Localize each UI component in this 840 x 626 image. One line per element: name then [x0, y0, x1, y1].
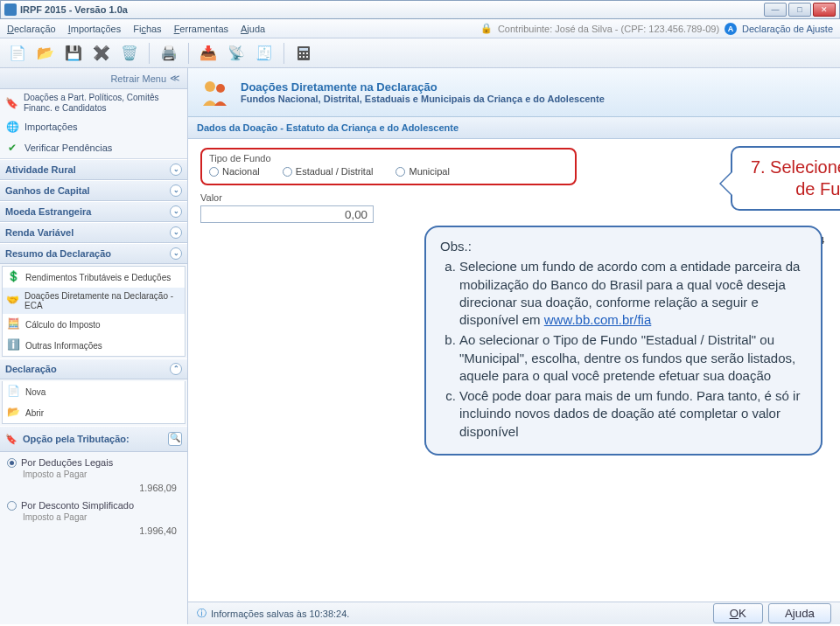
menu-fichas[interactable]: Fichas — [133, 24, 161, 34]
sidebar-item-pendencias[interactable]: ✔ Verificar Pendências — [0, 137, 187, 158]
accordion-moeda-estrangeira[interactable]: Moeda Estrangeira⌄ — [0, 201, 187, 222]
svg-point-9 — [216, 84, 225, 93]
doc-icon: 📄 — [6, 385, 20, 399]
chevron-down-icon: ⌄ — [170, 163, 182, 176]
minimize-button[interactable]: — — [764, 3, 787, 17]
radio-municipal[interactable]: Municipal — [396, 166, 449, 177]
collapse-menu-button[interactable]: Retrair Menu ≪ — [0, 68, 187, 89]
link-bb-fia[interactable]: www.bb.com.br/fia — [544, 312, 652, 327]
save-icon[interactable]: 💾 — [61, 41, 86, 66]
annotation-obs: Obs.: Selecione um fundo de acordo com a… — [424, 226, 822, 456]
panel-title: Doações Diretamente na Declaração — [241, 80, 605, 94]
maximize-button[interactable]: □ — [788, 3, 811, 17]
search-icon[interactable]: 🔍 — [168, 432, 182, 446]
declaracao-list: 📄 Nova 📂 Abrir — [2, 381, 186, 424]
section-title: Dados da Doação - Estatuto da Criança e … — [188, 117, 840, 139]
ajuste-icon: A — [724, 23, 737, 35]
svg-rect-2 — [299, 52, 301, 54]
svg-rect-1 — [299, 48, 308, 51]
ok-button[interactable]: OK — [713, 603, 763, 623]
status-saved: Informações salvas às 10:38:24. — [211, 609, 349, 619]
svg-rect-3 — [303, 52, 304, 54]
accordion-atividade-rural[interactable]: Atividade Rural⌄ — [0, 159, 187, 180]
imposto-label: Imposto a Pagar — [23, 470, 180, 479]
list-item-outras[interactable]: ℹ️ Outras Informações — [3, 335, 185, 356]
svg-rect-6 — [303, 56, 304, 58]
panel-header: Doações Diretamente na Declaração Fundos… — [188, 68, 840, 117]
menu-ajuda[interactable]: Ajuda — [241, 24, 265, 34]
chevron-down-icon: ⌄ — [170, 205, 182, 218]
sidebar-item-importacoes[interactable]: 🌐 Importações — [0, 116, 187, 137]
close-button[interactable]: ✕ — [813, 3, 836, 17]
menubar: Declaração Importações Fichas Ferramenta… — [0, 19, 840, 38]
obs-item-c: Você pode doar para mais de um fundo. Pa… — [459, 387, 807, 441]
help-button[interactable]: Ajuda — [768, 603, 831, 623]
annotation-step-7: 7. Selecione um "Tipo de Fundo" — [731, 146, 840, 211]
window-title: IRPF 2015 - Versão 1.0a — [20, 4, 764, 15]
obs-item-b: Ao selecionar o Tipo de Fundo "Estadual … — [459, 331, 807, 385]
sidebar-item-doacoes-partidos[interactable]: 🔖 Doações a Part. Políticos, Comitês Fin… — [0, 89, 187, 116]
main-panel: Doações Diretamente na Declaração Fundos… — [188, 68, 840, 624]
panel-subtitle: Fundos Nacional, Distrital, Estaduais e … — [241, 94, 605, 104]
svg-rect-5 — [299, 56, 301, 58]
import-icon[interactable]: 📥 — [196, 41, 220, 66]
receipt-icon[interactable]: 🧾 — [252, 41, 276, 66]
import-icon: 🌐 — [5, 120, 19, 134]
radio-deducoes-legais[interactable]: Por Deduções Legais — [7, 457, 180, 468]
print-icon[interactable]: 🖨️ — [157, 41, 181, 66]
app-icon — [4, 3, 17, 16]
menu-declaracao[interactable]: Declaração — [7, 24, 56, 34]
accordion-ganhos-capital[interactable]: Ganhos de Capital⌄ — [0, 180, 187, 201]
transmit-icon[interactable]: 📡 — [224, 41, 248, 66]
radio-dot-icon — [396, 167, 405, 177]
list-item-abrir[interactable]: 📂 Abrir — [3, 402, 185, 423]
radio-desconto-simplificado[interactable]: Por Desconto Simplificado — [7, 500, 180, 511]
imposto-valor-1: 1.968,09 — [7, 483, 177, 493]
tipo-fundo-label: Tipo de Fundo — [209, 153, 568, 163]
chevron-down-icon: ⌄ — [170, 184, 182, 197]
calculator-icon[interactable] — [291, 41, 316, 66]
chevron-up-icon: ⌃ — [170, 363, 182, 375]
info-icon: ⓘ — [197, 607, 206, 620]
list-item-calculo[interactable]: 🧮 Cálculo do Imposto — [3, 314, 185, 335]
accordion-declaracao[interactable]: Declaração⌃ — [0, 358, 187, 379]
delete-icon[interactable]: 🗑️ — [117, 41, 142, 66]
radio-dot-icon — [209, 167, 219, 177]
statusbar: ⓘ Informações salvas às 10:38:24. OK Aju… — [188, 602, 840, 624]
svg-rect-7 — [306, 56, 308, 58]
menu-ferramentas[interactable]: Ferramentas — [174, 24, 228, 34]
tipo-fundo-group: Tipo de Fundo Nacional Estadual / Distri… — [200, 148, 577, 185]
chevron-down-icon: ⌄ — [170, 247, 182, 260]
folder-icon: 📂 — [6, 406, 20, 420]
svg-rect-4 — [306, 52, 308, 54]
tag-icon: 🔖 — [5, 434, 18, 445]
radio-dot-icon — [7, 501, 17, 511]
list-item-nova[interactable]: 📄 Nova — [3, 381, 185, 402]
radio-dot-icon — [283, 167, 292, 177]
accordion-renda-variavel[interactable]: Renda Variável⌄ — [0, 222, 187, 243]
imposto-valor-2: 1.996,40 — [7, 525, 177, 536]
toolbar: 📄 📂 💾 ✖️ 🗑️ 🖨️ 📥 📡 🧾 — [0, 38, 840, 68]
radio-estadual[interactable]: Estadual / Distrital — [283, 166, 374, 177]
radio-dot-icon — [7, 458, 17, 468]
ajuste-label: Declaração de Ajuste — [742, 24, 833, 34]
chevron-left-icon: ≪ — [170, 73, 180, 84]
money-icon: 💲 — [6, 270, 20, 284]
lock-icon: 🔒 — [480, 23, 493, 34]
contribuinte-label: Contribuinte: José da Silva - (CPF: 123.… — [498, 24, 719, 34]
chevron-down-icon: ⌄ — [170, 226, 182, 239]
menu-importacoes[interactable]: Importações — [68, 24, 122, 34]
check-icon: ✔ — [5, 141, 19, 155]
flag-icon: 🔖 — [5, 96, 18, 110]
svg-point-8 — [205, 81, 215, 92]
list-item-doacoes-eca[interactable]: 🤝 Doações Diretamente na Declaração - EC… — [3, 288, 185, 314]
opcao-tributacao-header: 🔖 Opção pela Tributação: 🔍 — [0, 426, 187, 452]
close-doc-icon[interactable]: ✖️ — [89, 41, 114, 66]
ficha-list: 💲 Rendimentos Tributáveis e Deduções 🤝 D… — [2, 266, 186, 357]
accordion-resumo[interactable]: Resumo da Declaração⌄ — [0, 243, 187, 264]
valor-input[interactable] — [200, 205, 374, 223]
radio-nacional[interactable]: Nacional — [209, 166, 260, 177]
open-icon[interactable]: 📂 — [33, 41, 58, 66]
list-item-rendimentos[interactable]: 💲 Rendimentos Tributáveis e Deduções — [3, 267, 185, 288]
new-icon[interactable]: 📄 — [5, 41, 30, 66]
